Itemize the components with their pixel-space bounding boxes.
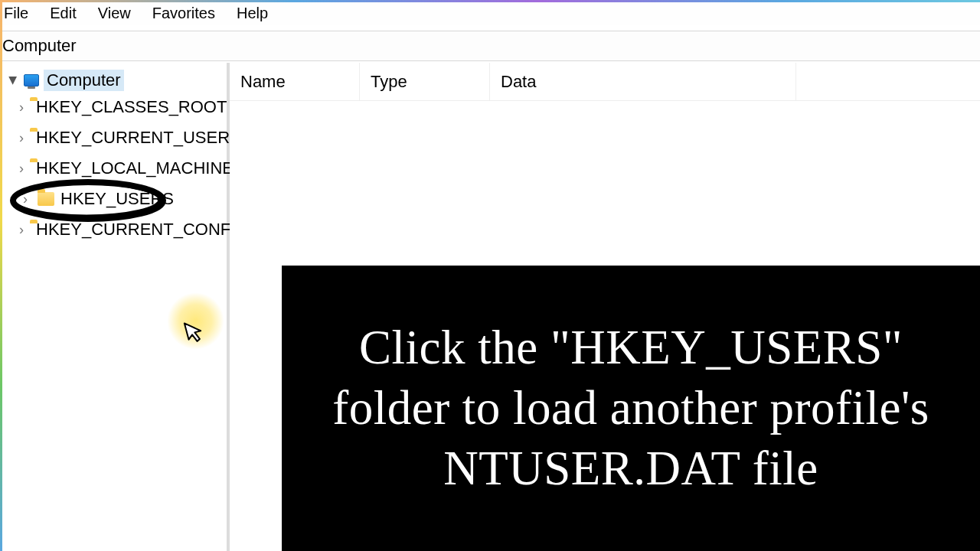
tree-item-hkey-users[interactable]: › HKEY_USERS (19, 184, 227, 214)
chevron-down-icon[interactable]: ▶ (8, 75, 20, 86)
menu-help[interactable]: Help (226, 3, 279, 25)
chevron-right-icon[interactable]: › (19, 130, 24, 146)
column-header-data[interactable]: Data (490, 63, 796, 100)
menu-file[interactable]: File (2, 3, 39, 25)
chevron-right-icon[interactable]: › (19, 161, 24, 177)
column-header-type[interactable]: Type (360, 63, 490, 100)
chevron-right-icon[interactable]: › (19, 222, 24, 238)
tree-item-hkey-classes-root[interactable]: › HKEY_CLASSES_ROOT (19, 92, 227, 122)
tree-root-computer[interactable]: ▶ Computer (2, 69, 227, 92)
tree-item-label: HKEY_CURRENT_USER (36, 128, 230, 148)
computer-icon (24, 74, 39, 86)
column-header-name[interactable]: Name (230, 63, 360, 100)
address-bar[interactable]: Computer (2, 31, 980, 61)
menu-edit[interactable]: Edit (39, 3, 87, 25)
tree-item-label: HKEY_CURRENT_CONFIG (36, 220, 248, 240)
menu-favorites[interactable]: Favorites (142, 3, 226, 25)
annotation-highlight (167, 292, 224, 350)
chevron-right-icon[interactable]: › (19, 99, 24, 116)
annotation-caption: Click the "HKEY_USERS" folder to load an… (282, 266, 980, 551)
chevron-right-icon[interactable]: › (19, 191, 31, 207)
tree-pane: ▶ Computer › HKEY_CLASSES_ROOT › HKEY_CU… (2, 63, 230, 551)
cursor-icon (182, 317, 209, 350)
folder-icon (38, 192, 54, 206)
tree-item-label: HKEY_CLASSES_ROOT (36, 97, 227, 117)
menubar: File Edit View Favorites Help (2, 2, 980, 25)
tree-root-label: Computer (44, 70, 124, 91)
tree-item-label: HKEY_LOCAL_MACHINE (36, 158, 234, 178)
tree-item-hkey-local-machine[interactable]: › HKEY_LOCAL_MACHINE (19, 153, 227, 184)
tree-children: › HKEY_CLASSES_ROOT › HKEY_CURRENT_USER … (2, 92, 227, 245)
list-header: Name Type Data (230, 63, 980, 101)
tree-item-hkey-current-user[interactable]: › HKEY_CURRENT_USER (19, 122, 227, 153)
menu-view[interactable]: View (87, 3, 142, 25)
tree-item-label: HKEY_USERS (60, 189, 174, 209)
tree-item-hkey-current-config[interactable]: › HKEY_CURRENT_CONFIG (19, 214, 227, 245)
address-path: Computer (2, 36, 77, 56)
